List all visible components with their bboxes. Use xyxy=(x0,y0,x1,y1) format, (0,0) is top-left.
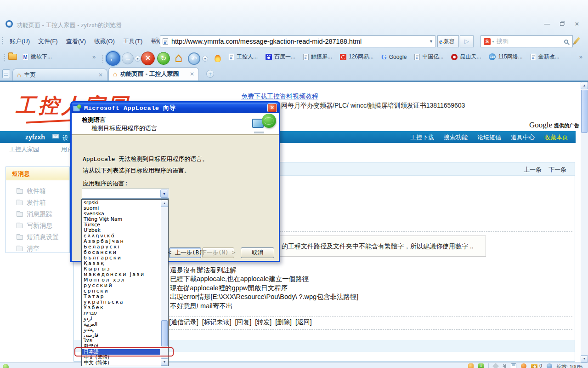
page-scrollbar[interactable]: ▲ ▼ xyxy=(581,82,588,362)
language-dropdown-list[interactable]: srpskisuomisvenskaTiếng Việt NamTürkçeU'… xyxy=(81,199,169,366)
username[interactable]: zyfzxh xyxy=(25,133,45,141)
back-step-button[interactable]: < 上一步(B) xyxy=(169,247,201,258)
menu-item[interactable]: 文件(F) xyxy=(34,36,62,47)
ad-link[interactable]: 免费下载工控资料视频教程 xyxy=(241,92,318,101)
home-button[interactable]: ⌂ xyxy=(172,51,185,64)
tab-close-icon[interactable]: ✕ xyxy=(190,71,194,77)
message-action-link[interactable]: [转发] xyxy=(255,318,271,327)
bookmark-item[interactable]: 115 115网络... xyxy=(489,53,522,61)
address-bar[interactable]: http://www.ymmfa.com/message-gkaction-re… xyxy=(160,35,436,47)
sidebar-item[interactable]: 清空 xyxy=(6,243,69,254)
browser-tab[interactable]: ⌂ 功能页面 - 工控人家园 ✕ xyxy=(108,67,199,80)
tab-list-icon[interactable] xyxy=(2,69,10,78)
scroll-down-icon[interactable]: ▼ xyxy=(161,358,168,366)
bookmark-item[interactable]: M 微软下... xyxy=(22,53,52,61)
bookmark-item[interactable]: 全新改... xyxy=(531,53,560,61)
restore-button[interactable] xyxy=(556,20,568,29)
refresh-button[interactable]: ↻ xyxy=(157,52,170,65)
lock-icon[interactable] xyxy=(468,363,474,368)
scrollbar-thumb[interactable] xyxy=(581,90,588,133)
message-action-link[interactable]: [标记未读] xyxy=(202,318,232,327)
menu-item[interactable]: 收藏(O) xyxy=(90,36,119,47)
menu-item[interactable]: 工具(T) xyxy=(119,36,147,47)
site-nav-link[interactable]: 论坛短信 xyxy=(477,133,501,142)
site-nav-link[interactable]: 道具中心 xyxy=(511,133,535,142)
sidebar-item-label: 收件箱 xyxy=(27,187,46,196)
favorites-folder-icon[interactable] xyxy=(8,54,17,60)
pager-link[interactable]: 下一条 xyxy=(548,166,566,174)
menu-item[interactable]: 查看(V) xyxy=(62,36,90,47)
network-icon[interactable] xyxy=(547,363,552,368)
bookmark-item[interactable]: G Google xyxy=(381,54,407,60)
url-text[interactable]: http://www.ymmfa.com/message-gkaction-re… xyxy=(171,38,362,45)
status-icon[interactable] xyxy=(3,364,9,368)
language-option[interactable]: עברית xyxy=(82,310,160,316)
undo-dropdown-icon[interactable]: ▼ xyxy=(202,56,208,62)
message-action-link[interactable]: [回复] xyxy=(235,318,252,327)
bookmark-item[interactable]: 昆山天... xyxy=(451,53,481,61)
download-icon[interactable] xyxy=(478,363,484,368)
minimize-button[interactable]: — xyxy=(541,20,553,29)
search-icon[interactable] xyxy=(564,40,568,44)
dialog-titlebar[interactable]: Microsoft AppLocale 向导 × xyxy=(72,103,279,113)
site-nav-link[interactable]: 工控下载 xyxy=(410,133,434,142)
zoom-label[interactable]: 缩放: 100% xyxy=(557,363,582,368)
speaker-icon[interactable] xyxy=(503,364,506,368)
language-combobox[interactable]: ▼ xyxy=(82,189,169,199)
sidebar-item[interactable]: 短消息设置 xyxy=(6,231,69,243)
scroll-up-icon[interactable]: ▲ xyxy=(161,200,168,207)
message-action-link[interactable]: [通信记录] xyxy=(169,318,198,327)
sidebar-item[interactable]: 写新消息 xyxy=(6,220,69,231)
site-nav-link[interactable]: 搜索功能 xyxy=(444,133,468,142)
bookmark-label: 百度一... xyxy=(274,53,295,61)
back-button[interactable]: ← xyxy=(106,51,120,66)
compat-mode-button[interactable]: e 兼容 xyxy=(437,35,459,47)
bookmark-item[interactable]: 126网易... xyxy=(340,53,373,61)
cancel-button[interactable]: 取消 xyxy=(241,247,274,258)
new-tab-button[interactable]: + xyxy=(206,70,214,78)
site-nav-link[interactable]: 收藏本页 xyxy=(544,133,568,142)
browser-tab[interactable]: ⌂ 主页 ✕ xyxy=(12,69,107,80)
sidebar-item[interactable]: 发件箱 xyxy=(6,197,69,208)
scroll-down-icon[interactable]: ▼ xyxy=(581,355,588,362)
close-button[interactable]: × xyxy=(571,20,583,29)
panel-toggle-icon[interactable] xyxy=(511,363,516,368)
stop-button[interactable]: × xyxy=(141,52,155,65)
search-input[interactable]: S ▼ 搜狗 xyxy=(481,35,573,47)
go-button[interactable]: ▷ xyxy=(460,35,474,47)
sidebar-item[interactable]: 收件箱 xyxy=(6,185,69,197)
sidebar-item[interactable]: 消息跟踪 xyxy=(6,208,69,220)
message-action-link[interactable]: [删除] xyxy=(275,318,292,327)
language-option[interactable]: 中文 (简体) xyxy=(82,360,160,366)
menu-item[interactable]: 账户(U) xyxy=(6,36,34,47)
bookmark-item[interactable]: 中国亿... xyxy=(414,53,443,61)
proxy-icon[interactable] xyxy=(521,363,526,368)
bookmark-item[interactable]: 百度一... xyxy=(266,53,295,61)
settings-link[interactable]: 设 xyxy=(62,134,68,142)
search-engine-caret-icon[interactable]: ▼ xyxy=(492,40,495,43)
language-option[interactable]: فارسى xyxy=(82,333,160,338)
pager-link[interactable]: 上一条 xyxy=(524,166,542,174)
bookmark-item[interactable]: 触摸屏... xyxy=(303,53,332,61)
dialog-close-button[interactable]: × xyxy=(267,104,277,112)
breadcrumb-item[interactable]: 工控人家园 xyxy=(9,145,39,154)
scroll-up-icon[interactable]: ▲ xyxy=(581,82,588,89)
scrollbar-thumb[interactable] xyxy=(161,320,168,346)
forward-dropdown-icon[interactable]: ▼ xyxy=(135,56,141,62)
edit-pencil-icon[interactable] xyxy=(573,37,580,44)
combobox-dropdown-icon[interactable]: ▼ xyxy=(160,190,168,198)
undo-close-button[interactable]: ↶ xyxy=(188,52,200,65)
forward-button[interactable]: → xyxy=(122,52,134,64)
language-option[interactable]: 日本語 xyxy=(82,349,160,355)
overflow-chevron-icon[interactable]: » xyxy=(579,53,582,60)
screenshot-icon[interactable] xyxy=(531,364,537,368)
message-action-link[interactable]: [返回] xyxy=(295,318,312,327)
bookmark-item[interactable]: 工控人... xyxy=(229,53,258,61)
tab-close-icon[interactable]: ✕ xyxy=(98,72,103,78)
overflow-chevron-icon[interactable]: » xyxy=(92,53,96,60)
list-scrollbar[interactable]: ▲ ▼ xyxy=(161,200,168,366)
cut-icon[interactable] xyxy=(492,363,499,368)
mail-icon[interactable] xyxy=(52,134,59,138)
flame-icon[interactable] xyxy=(215,55,221,62)
url-dropdown-icon[interactable]: ▼ xyxy=(429,39,433,44)
